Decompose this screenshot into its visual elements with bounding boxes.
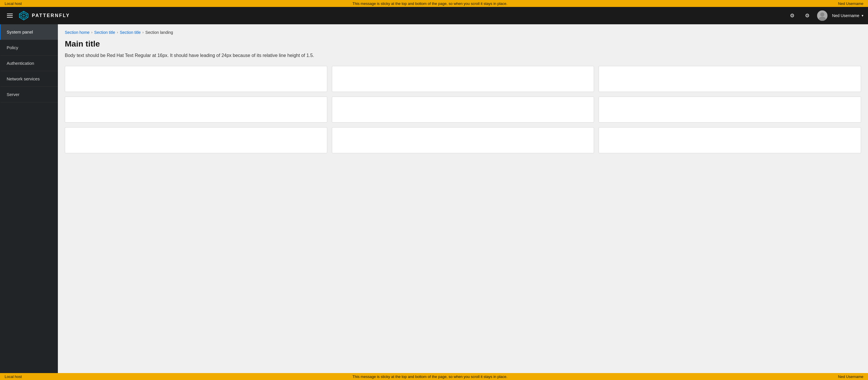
card-grid-row-3 bbox=[65, 127, 861, 153]
user-menu-button[interactable]: Ned Username ▾ bbox=[832, 13, 863, 18]
sidebar: System panel Policy Authentication Netwo… bbox=[0, 24, 58, 373]
top-banner-left: Local host bbox=[5, 1, 22, 6]
card-3-2 bbox=[332, 127, 594, 153]
top-banner-center: This message is sticky at the top and bo… bbox=[352, 1, 507, 6]
sidebar-item-server[interactable]: Server bbox=[0, 87, 58, 102]
card-3-3 bbox=[599, 127, 861, 153]
navbar-right: ⚙ ⚙ Ned Username ▾ bbox=[787, 10, 863, 21]
page-title: Main title bbox=[65, 39, 861, 49]
breadcrumb-sep-1: › bbox=[91, 30, 93, 34]
bottom-banner: Local host This message is sticky at the… bbox=[0, 373, 868, 380]
layout: System panel Policy Authentication Netwo… bbox=[0, 24, 868, 373]
sidebar-item-policy[interactable]: Policy bbox=[0, 40, 58, 56]
bottom-banner-left: Local host bbox=[5, 375, 22, 379]
main-content: Section home › Section title › Section t… bbox=[58, 24, 868, 373]
gear-icon-2: ⚙ bbox=[805, 12, 810, 19]
gear-icon-1: ⚙ bbox=[790, 12, 795, 19]
user-name-label: Ned Username bbox=[832, 13, 859, 18]
breadcrumb-sep-3: › bbox=[142, 30, 144, 34]
body-text: Body text should be Red Hat Text Regular… bbox=[65, 52, 861, 59]
breadcrumb-section-title-1[interactable]: Section title bbox=[94, 30, 115, 35]
navbar-left: PATTERNFLY bbox=[5, 10, 782, 21]
brand-name: PATTERNFLY bbox=[32, 13, 70, 18]
card-grid-row-2 bbox=[65, 97, 861, 123]
patternfly-logo bbox=[19, 10, 29, 21]
settings-button-1[interactable]: ⚙ bbox=[787, 10, 797, 21]
card-1-3 bbox=[599, 66, 861, 92]
svg-point-5 bbox=[820, 12, 824, 17]
svg-point-6 bbox=[819, 17, 826, 21]
avatar-icon bbox=[817, 10, 828, 21]
breadcrumb: Section home › Section title › Section t… bbox=[65, 30, 861, 35]
card-3-1 bbox=[65, 127, 327, 153]
card-2-3 bbox=[599, 97, 861, 123]
top-banner-right: Ned Username bbox=[838, 1, 863, 6]
sidebar-item-network-services[interactable]: Network services bbox=[0, 71, 58, 87]
sidebar-item-authentication[interactable]: Authentication bbox=[0, 56, 58, 71]
bottom-banner-center: This message is sticky at the top and bo… bbox=[352, 375, 507, 379]
settings-button-2[interactable]: ⚙ bbox=[802, 10, 812, 21]
hamburger-icon bbox=[7, 13, 13, 18]
top-banner: Local host This message is sticky at the… bbox=[0, 0, 868, 7]
avatar bbox=[817, 10, 828, 21]
bottom-banner-right: Ned Username bbox=[838, 375, 863, 379]
brand-logo-link[interactable]: PATTERNFLY bbox=[19, 10, 70, 21]
chevron-down-icon: ▾ bbox=[862, 13, 863, 18]
card-1-2 bbox=[332, 66, 594, 92]
sidebar-item-system-panel[interactable]: System panel bbox=[0, 24, 58, 40]
card-grid-row-1 bbox=[65, 66, 861, 92]
card-1-1 bbox=[65, 66, 327, 92]
card-2-2 bbox=[332, 97, 594, 123]
hamburger-button[interactable] bbox=[5, 10, 15, 21]
navbar: PATTERNFLY ⚙ ⚙ Ned Username ▾ bbox=[0, 7, 868, 24]
breadcrumb-current: Section landing bbox=[145, 30, 173, 35]
breadcrumb-section-home[interactable]: Section home bbox=[65, 30, 90, 35]
breadcrumb-sep-2: › bbox=[117, 30, 118, 34]
breadcrumb-section-title-2[interactable]: Section title bbox=[120, 30, 141, 35]
card-2-1 bbox=[65, 97, 327, 123]
